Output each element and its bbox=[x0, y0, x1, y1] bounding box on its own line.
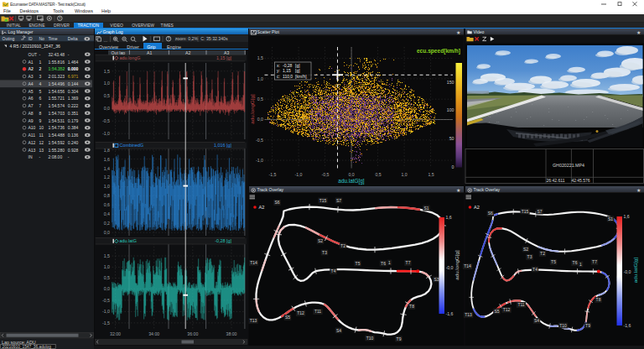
svg-text:T13: T13 bbox=[465, 312, 472, 317]
svg-text:S4: S4 bbox=[534, 318, 539, 323]
svg-text:S1: S1 bbox=[608, 216, 613, 221]
svg-text:A2: A2 bbox=[474, 205, 480, 210]
svg-text:T15: T15 bbox=[522, 209, 529, 214]
svg-text:S6: S6 bbox=[488, 211, 493, 216]
svg-text:T6: T6 bbox=[573, 260, 578, 265]
svg-text:T5: T5 bbox=[551, 259, 556, 264]
svg-text:-1,6: -1,6 bbox=[624, 323, 631, 328]
svg-text:S7: S7 bbox=[537, 209, 542, 214]
svg-text:T2: T2 bbox=[540, 251, 545, 256]
svg-text:T8: T8 bbox=[596, 297, 601, 302]
svg-text:T7: T7 bbox=[592, 259, 597, 264]
svg-text:1,6: 1,6 bbox=[624, 214, 630, 219]
svg-text:T11: T11 bbox=[517, 302, 524, 307]
svg-text:adu.latG[g]: adu.latG[g] bbox=[632, 258, 638, 284]
svg-text:T4: T4 bbox=[532, 267, 538, 272]
svg-text:1: 1 bbox=[579, 262, 582, 267]
svg-text:T10: T10 bbox=[559, 323, 567, 328]
svg-text:T12: T12 bbox=[503, 307, 511, 312]
svg-text:S5: S5 bbox=[494, 309, 499, 314]
svg-text:T3: T3 bbox=[527, 254, 532, 259]
svg-text:S2: S2 bbox=[523, 247, 528, 252]
svg-text:-0,0: -0,0 bbox=[624, 269, 631, 274]
svg-text:T14: T14 bbox=[464, 263, 471, 268]
svg-text:T9: T9 bbox=[585, 323, 590, 328]
